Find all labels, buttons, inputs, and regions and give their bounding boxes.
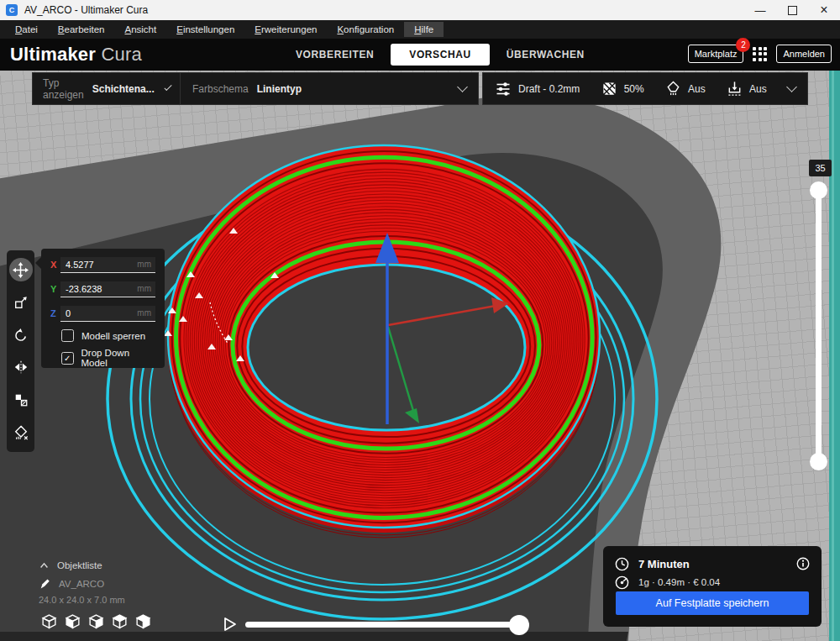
- x-unit-label: mm: [137, 260, 151, 269]
- panel-notch: [35, 257, 41, 269]
- x-axis-label: X: [50, 260, 60, 270]
- z-axis-label: Z: [50, 308, 60, 318]
- drop-down-model-label: Drop Down Model: [81, 348, 156, 368]
- play-button[interactable]: [220, 615, 239, 633]
- logo-bold: Ultimaker: [10, 44, 96, 65]
- color-scheme-label: Farbschema: [192, 83, 249, 95]
- view-right-button[interactable]: [134, 613, 152, 631]
- menu-ansicht[interactable]: Ansicht: [115, 22, 167, 37]
- color-scheme-value: Linientyp: [257, 83, 302, 95]
- z-unit-label: mm: [137, 308, 151, 318]
- tab-vorbereiten[interactable]: VORBEREITEN: [284, 44, 386, 66]
- print-time: 7 Minuten: [638, 558, 690, 570]
- menu-bar: Datei Bearbeiten Ansicht Einstellungen E…: [0, 20, 840, 39]
- minimize-button[interactable]: —: [744, 0, 776, 20]
- app-header: Ultimaker Cura VORBEREITEN VORSCHAU ÜBER…: [0, 39, 840, 71]
- layer-slider-lower-handle[interactable]: [810, 453, 827, 470]
- camera-view-buttons: [40, 613, 152, 631]
- tab-vorschau[interactable]: VORSCHAU: [391, 44, 489, 66]
- view-3d-button[interactable]: [40, 613, 58, 631]
- clock-icon: [614, 556, 630, 572]
- scale-tool-button[interactable]: [9, 291, 33, 314]
- support-icon: [665, 81, 681, 97]
- mirror-icon: [13, 360, 29, 375]
- show-type-dropdown[interactable]: Typ anzeigen Schichtena...: [32, 72, 181, 105]
- y-unit-label: mm: [137, 284, 151, 293]
- title-bar: C AV_ARCO - Ultimaker Cura — ×: [0, 0, 840, 20]
- close-button[interactable]: ×: [808, 0, 840, 20]
- show-type-value: Schichtena...: [92, 83, 155, 95]
- marketplace-label: Marktplatz: [695, 49, 738, 59]
- marketplace-button[interactable]: Marktplatz 2: [688, 45, 744, 63]
- stage-tabs: VORBEREITEN VORSCHAU ÜBERWACHEN: [284, 43, 596, 66]
- chevron-down-icon: [457, 81, 468, 92]
- rotate-tool-button[interactable]: [9, 323, 33, 347]
- logo-light: Cura: [101, 44, 142, 65]
- view-front-button[interactable]: [64, 613, 81, 631]
- menu-hilfe[interactable]: Hilfe: [404, 22, 444, 37]
- lock-model-label: Modell sperren: [81, 331, 145, 341]
- adhesion-value: Aus: [749, 83, 767, 95]
- print-settings-panel[interactable]: Draft - 0.2mm 50% Aus Aus: [482, 72, 808, 105]
- object-list-label: Objektliste: [57, 560, 102, 570]
- scale-icon: [13, 295, 29, 310]
- signin-button[interactable]: Anmelden: [776, 45, 832, 63]
- profile-value: Draft - 0.2mm: [518, 83, 580, 95]
- marketplace-badge: 2: [736, 38, 750, 52]
- sliders-icon: [495, 81, 512, 97]
- per-model-settings-button[interactable]: [9, 388, 33, 412]
- layer-number-badge: 35: [809, 160, 832, 176]
- adhesion-icon: [727, 81, 743, 97]
- material-usage: 1g · 0.49m · € 0.04: [638, 577, 720, 587]
- menu-erweiterungen[interactable]: Erweiterungen: [244, 22, 327, 37]
- pencil-icon: [39, 578, 51, 591]
- move-settings-panel: X mm Y mm Z mm Modell sperren ✓ Drop Dow…: [41, 249, 165, 368]
- save-to-disk-button[interactable]: Auf Festplatte speichern: [616, 591, 809, 615]
- show-type-label: Typ anzeigen: [43, 77, 84, 101]
- material-spool-icon: [614, 575, 630, 591]
- move-tool-button[interactable]: [9, 258, 33, 281]
- tab-ueberwachen[interactable]: ÜBERWACHEN: [495, 44, 596, 66]
- mirror-tool-button[interactable]: [9, 355, 33, 379]
- object-name: AV_ARCO: [59, 579, 104, 589]
- tool-column: [7, 250, 34, 452]
- 3d-viewport[interactable]: Typ anzeigen Schichtena... Farbschema Li…: [0, 71, 840, 641]
- rotate-icon: [13, 328, 29, 343]
- simulation-slider-track[interactable]: [245, 622, 516, 628]
- infill-value: 50%: [624, 83, 644, 95]
- support-value: Aus: [688, 83, 706, 95]
- color-scheme-dropdown[interactable]: Farbschema Linientyp: [180, 72, 479, 105]
- cura-app-icon: C: [6, 4, 18, 16]
- cura-logo: Ultimaker Cura: [10, 44, 142, 66]
- layer-slider-upper-handle[interactable]: [810, 181, 827, 199]
- chevron-up-icon: [39, 560, 50, 571]
- menu-datei[interactable]: Datei: [5, 22, 48, 37]
- per-model-settings-icon: [13, 392, 29, 407]
- chevron-down-icon: [786, 81, 797, 92]
- object-list-toggle[interactable]: Objektliste: [39, 556, 125, 575]
- object-list: Objektliste AV_ARCO 24.0 x 24.0 x 7.0 mm: [39, 556, 125, 605]
- chevron-down-icon: [164, 83, 171, 91]
- menu-einstellungen[interactable]: Einstellungen: [166, 22, 244, 37]
- print-info-panel: 7 Minuten 1g · 0.49m · € 0.04 Auf Festpl…: [603, 546, 822, 627]
- view-left-button[interactable]: [111, 613, 129, 631]
- maximize-icon: [788, 6, 797, 15]
- layer-slider-track[interactable]: [816, 190, 822, 462]
- support-blocker-button[interactable]: [9, 421, 33, 444]
- maximize-button[interactable]: [776, 0, 808, 20]
- object-dimensions: 24.0 x 24.0 x 7.0 mm: [39, 595, 125, 605]
- view-top-button[interactable]: [87, 613, 105, 631]
- object-list-item[interactable]: AV_ARCO: [39, 575, 125, 593]
- move-icon: [13, 262, 29, 278]
- drop-down-model-checkbox[interactable]: ✓: [61, 352, 74, 365]
- simulation-slider-handle[interactable]: [509, 615, 529, 635]
- support-blocker-icon: [13, 425, 29, 440]
- window-title: AV_ARCO - Ultimaker Cura: [24, 4, 148, 16]
- info-icon[interactable]: [795, 556, 811, 571]
- applications-grid-icon[interactable]: [753, 47, 767, 61]
- lock-model-checkbox[interactable]: [61, 329, 74, 342]
- infill-icon: [601, 81, 617, 97]
- y-axis-label: Y: [50, 284, 60, 294]
- menu-bearbeiten[interactable]: Bearbeiten: [48, 22, 115, 37]
- menu-konfiguration[interactable]: Konfiguration: [327, 22, 404, 37]
